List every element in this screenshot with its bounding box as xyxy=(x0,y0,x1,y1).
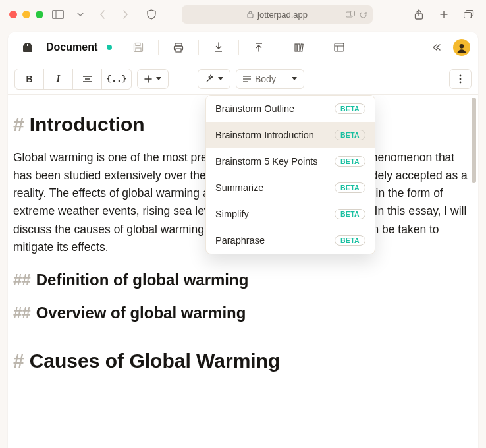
avatar[interactable] xyxy=(453,39,470,56)
heading-mark: ## xyxy=(13,271,31,289)
more-button[interactable] xyxy=(449,69,472,89)
svg-point-31 xyxy=(460,74,462,76)
heading-2: Definition of global warming xyxy=(36,271,249,289)
unsaved-indicator xyxy=(107,45,112,50)
svg-rect-4 xyxy=(351,11,355,16)
upload-icon[interactable] xyxy=(247,36,271,59)
scrollbar-thumb[interactable] xyxy=(472,98,476,183)
reload-icon[interactable] xyxy=(359,11,367,19)
beta-badge: BETA xyxy=(335,130,365,140)
bold-button[interactable]: B xyxy=(15,69,44,89)
app-titlebar: Document xyxy=(8,32,478,63)
doc-title: Document xyxy=(46,42,97,53)
svg-point-24 xyxy=(460,44,464,49)
svg-rect-11 xyxy=(136,48,141,51)
window-minimize[interactable] xyxy=(22,11,30,18)
lock-icon xyxy=(247,11,254,18)
beta-badge: BETA xyxy=(335,235,365,246)
beta-badge: BETA xyxy=(335,182,365,193)
code-button[interactable]: {..} xyxy=(102,69,131,89)
document-area[interactable]: # Introduction Global warming is one of … xyxy=(8,95,478,448)
caret-icon xyxy=(218,77,223,80)
app-window: Document xyxy=(8,32,478,448)
ai-magic-button[interactable] xyxy=(198,69,230,89)
dropdown-item-label: Brainstorm Outline xyxy=(215,103,294,114)
svg-rect-10 xyxy=(136,43,140,45)
share-icon[interactable] xyxy=(411,7,427,22)
layout-icon[interactable] xyxy=(327,36,351,59)
dropdown-item-label: Brainstorm Introduction xyxy=(215,130,314,140)
browser-chrome: jotterpad.app xyxy=(0,0,486,29)
text-format-group: B I {..} xyxy=(14,69,132,90)
ai-dropdown-item[interactable]: Brainstorm 5 Key PointsBETA xyxy=(206,148,375,175)
nav-back-icon[interactable] xyxy=(95,7,111,22)
print-icon[interactable] xyxy=(167,36,190,59)
traffic-lights xyxy=(9,11,43,18)
window-zoom[interactable] xyxy=(36,11,43,18)
shield-icon[interactable] xyxy=(144,7,159,22)
paragraph-style-select[interactable]: Body xyxy=(236,69,304,89)
heading-1: Causes of Global Warming xyxy=(30,350,281,372)
sidebar-toggle-icon[interactable] xyxy=(50,7,66,22)
reader-icon[interactable] xyxy=(346,11,355,18)
paragraph-style-label: Body xyxy=(255,74,276,84)
caret-icon xyxy=(292,77,297,80)
svg-rect-20 xyxy=(335,43,344,51)
nav-forward-icon[interactable] xyxy=(117,7,133,22)
ai-dropdown-item[interactable]: Brainstorm IntroductionBETA xyxy=(206,122,375,148)
insert-button[interactable] xyxy=(137,69,169,89)
dropdown-item-label: Paraphrase xyxy=(215,235,265,246)
heading-2: Overview of global warming xyxy=(36,304,246,322)
collapse-icon[interactable] xyxy=(424,36,448,59)
ai-dropdown-item[interactable]: SummarizeBETA xyxy=(206,175,375,201)
ai-dropdown-item[interactable]: SimplifyBETA xyxy=(206,201,375,227)
addr-actions xyxy=(346,11,367,19)
svg-point-33 xyxy=(460,81,462,83)
svg-rect-19 xyxy=(300,43,304,51)
ai-dropdown-item[interactable]: Brainstorm OutlineBETA xyxy=(206,96,375,122)
library-icon[interactable] xyxy=(287,36,311,59)
tabs-icon[interactable] xyxy=(461,7,477,22)
svg-rect-14 xyxy=(176,49,181,52)
svg-rect-17 xyxy=(295,44,297,51)
caret-icon xyxy=(156,77,161,80)
heading-1: Introduction xyxy=(30,113,145,136)
download-icon[interactable] xyxy=(207,36,230,59)
heading-mark: # xyxy=(13,350,24,372)
dropdown-item-label: Brainstorm 5 Key Points xyxy=(215,156,318,167)
heading-mark: ## xyxy=(13,304,31,322)
beta-badge: BETA xyxy=(335,156,365,167)
svg-rect-0 xyxy=(53,11,64,19)
save-icon[interactable] xyxy=(126,36,150,59)
svg-rect-8 xyxy=(27,44,28,46)
beta-badge: BETA xyxy=(335,209,365,219)
svg-rect-7 xyxy=(464,13,472,18)
svg-rect-2 xyxy=(248,14,253,18)
new-tab-icon[interactable] xyxy=(436,7,452,22)
home-icon[interactable] xyxy=(16,36,40,59)
address-bar[interactable]: jotterpad.app xyxy=(182,5,373,24)
italic-button[interactable]: I xyxy=(44,69,73,89)
chevron-down-icon[interactable] xyxy=(72,7,88,22)
beta-badge: BETA xyxy=(335,103,365,114)
format-bar: B I {..} Body xyxy=(8,63,478,95)
svg-rect-18 xyxy=(298,44,300,51)
dropdown-item-label: Simplify xyxy=(215,209,249,219)
svg-point-32 xyxy=(460,78,462,80)
align-button[interactable] xyxy=(73,69,102,89)
heading-mark: # xyxy=(13,113,24,136)
window-close[interactable] xyxy=(9,11,17,18)
dropdown-item-label: Summarize xyxy=(215,182,263,193)
ai-dropdown-item[interactable]: ParaphraseBETA xyxy=(206,227,375,254)
ai-dropdown: Brainstorm OutlineBETABrainstorm Introdu… xyxy=(205,95,375,254)
address-url: jotterpad.app xyxy=(257,10,308,20)
